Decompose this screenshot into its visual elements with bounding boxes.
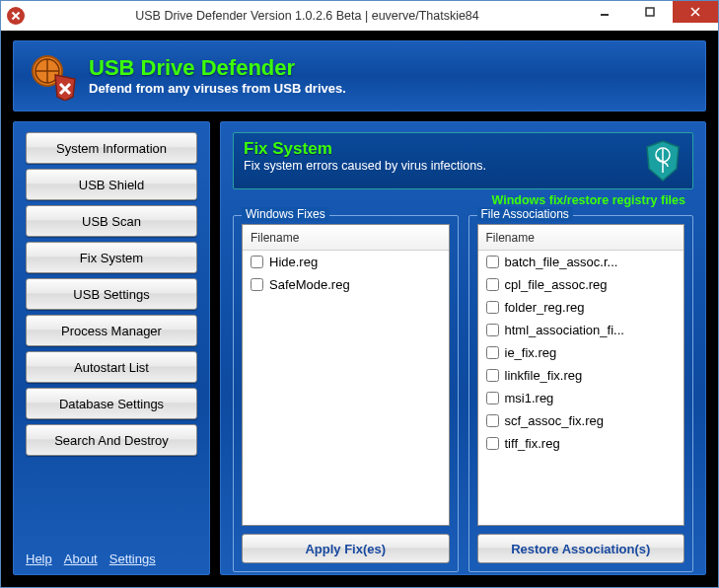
list-item-checkbox[interactable] xyxy=(486,324,499,336)
list-item[interactable]: scf_assoc_fix.reg xyxy=(478,409,684,432)
windows-fixes-list[interactable]: Filename Hide.regSafeMode.reg xyxy=(242,224,450,526)
list-item-checkbox[interactable] xyxy=(486,414,499,427)
list-item-label: folder_reg.reg xyxy=(505,300,585,315)
svg-rect-1 xyxy=(646,8,654,16)
nav-button[interactable]: USB Shield xyxy=(26,169,197,200)
file-associations-group: File Associations Filename batch_file_as… xyxy=(468,215,694,572)
list-item-checkbox[interactable] xyxy=(486,437,499,450)
panel-note: Windows fix/restore registry files xyxy=(233,189,693,209)
windows-fixes-legend: Windows Fixes xyxy=(242,207,329,221)
list-item-label: tiff_fix.reg xyxy=(505,436,560,451)
list-item[interactable]: html_association_fi... xyxy=(478,319,684,341)
panel-title: Fix System xyxy=(244,139,633,159)
restore-associations-button[interactable]: Restore Association(s) xyxy=(477,534,685,563)
panel-subtitle: Fix system errors caused by virus infect… xyxy=(244,159,633,173)
list-item[interactable]: batch_file_assoc.r... xyxy=(478,251,684,273)
client-area: USB Drive Defender Defend from any virus… xyxy=(1,31,718,587)
nav-button[interactable]: USB Scan xyxy=(26,205,197,237)
list-item-checkbox[interactable] xyxy=(486,301,499,314)
list-item-checkbox[interactable] xyxy=(486,346,499,359)
list-item-label: html_association_fi... xyxy=(505,323,624,337)
app-header: USB Drive Defender Defend from any virus… xyxy=(13,40,706,111)
main-panel: Fix System Fix system errors caused by v… xyxy=(220,121,706,575)
list-item-label: scf_assoc_fix.reg xyxy=(505,413,604,428)
nav-button[interactable]: System Information xyxy=(26,132,197,164)
panel-header: Fix System Fix system errors caused by v… xyxy=(233,132,693,189)
close-button[interactable] xyxy=(673,1,718,23)
list-item-checkbox[interactable] xyxy=(251,278,263,291)
list-item[interactable]: linkfile_fix.reg xyxy=(478,364,684,387)
list-item[interactable]: cpl_file_assoc.reg xyxy=(478,273,684,296)
list-item-checkbox[interactable] xyxy=(251,256,263,268)
app-logo-icon xyxy=(28,51,77,101)
file-associations-column: Filename xyxy=(478,225,684,251)
list-item-checkbox[interactable] xyxy=(486,256,499,268)
list-item[interactable]: msi1.reg xyxy=(478,387,684,409)
window-title: USB Drive Defender Version 1.0.2.6 Beta … xyxy=(33,9,582,23)
list-item-checkbox[interactable] xyxy=(486,278,499,291)
sidebar: System InformationUSB ShieldUSB ScanFix … xyxy=(13,121,210,575)
list-item-label: msi1.reg xyxy=(505,391,554,405)
apply-fixes-button[interactable]: Apply Fix(es) xyxy=(242,534,450,563)
main-window: USB Drive Defender Version 1.0.2.6 Beta … xyxy=(0,0,719,588)
svg-rect-0 xyxy=(601,14,609,16)
list-item[interactable]: tiff_fix.reg xyxy=(478,432,684,455)
list-item-label: ie_fix.reg xyxy=(505,345,557,360)
windows-fixes-group: Windows Fixes Filename Hide.regSafeMode.… xyxy=(233,215,459,572)
list-item-checkbox[interactable] xyxy=(486,392,499,404)
list-item[interactable]: ie_fix.reg xyxy=(478,341,684,364)
medical-shield-icon xyxy=(643,139,683,183)
file-associations-list[interactable]: Filename batch_file_assoc.r...cpl_file_a… xyxy=(477,224,685,526)
settings-link[interactable]: Settings xyxy=(109,551,156,566)
list-item-label: cpl_file_assoc.reg xyxy=(505,277,608,292)
list-item[interactable]: SafeMode.reg xyxy=(243,273,449,296)
file-associations-legend: File Associations xyxy=(477,207,573,221)
nav-button[interactable]: Autostart List xyxy=(26,351,197,383)
nav-button[interactable]: Search And Destroy xyxy=(26,424,197,456)
product-title: USB Drive Defender xyxy=(89,56,346,80)
product-slogan: Defend from any viruses from USB drives. xyxy=(89,81,346,96)
about-link[interactable]: About xyxy=(64,551,98,566)
nav-button[interactable]: Fix System xyxy=(26,242,197,273)
nav-button[interactable]: USB Settings xyxy=(26,278,197,310)
minimize-button[interactable] xyxy=(582,1,627,23)
nav-button[interactable]: Process Manager xyxy=(26,315,197,346)
maximize-button[interactable] xyxy=(627,1,673,23)
list-item-label: SafeMode.reg xyxy=(269,277,350,292)
app-icon xyxy=(7,7,25,25)
list-item-checkbox[interactable] xyxy=(486,369,499,382)
nav-button[interactable]: Database Settings xyxy=(26,388,197,419)
windows-fixes-column: Filename xyxy=(243,225,449,251)
help-link[interactable]: Help xyxy=(26,551,52,566)
list-item-label: linkfile_fix.reg xyxy=(505,368,583,383)
list-item[interactable]: Hide.reg xyxy=(243,251,449,273)
list-item-label: batch_file_assoc.r... xyxy=(505,255,618,269)
list-item-label: Hide.reg xyxy=(269,255,318,269)
titlebar[interactable]: USB Drive Defender Version 1.0.2.6 Beta … xyxy=(1,1,718,31)
list-item[interactable]: folder_reg.reg xyxy=(478,296,684,319)
